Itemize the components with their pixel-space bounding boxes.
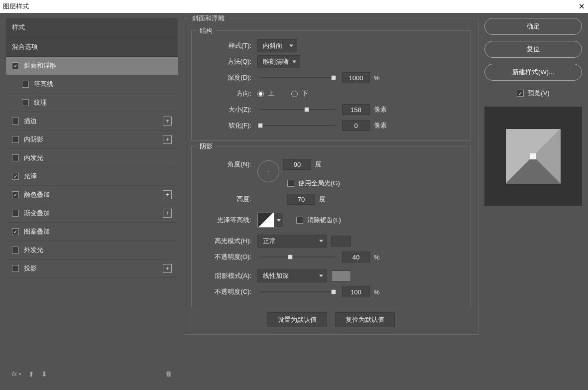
style-value: 内斜面 [263,42,282,49]
antialias-checkbox[interactable] [296,217,303,224]
shadow-color-swatch[interactable] [331,270,351,281]
altitude-input[interactable] [287,194,315,205]
blend-options[interactable]: 混合选项 [6,37,178,57]
effect-checkbox[interactable] [12,154,19,161]
direction-down-radio[interactable] [291,91,298,97]
effect-checkbox[interactable] [12,173,19,180]
global-light-checkbox[interactable] [287,180,294,187]
depth-slider[interactable] [260,77,335,78]
size-input[interactable] [342,104,370,115]
direction-label: 方向: [199,89,253,98]
arrow-down-icon[interactable]: ⬇ [41,370,47,378]
new-style-button[interactable]: 新建样式(W)... [484,64,582,81]
effect-checkbox[interactable] [12,247,19,254]
highlight-mode-value: 正常 [263,237,276,245]
highlight-opacity-unit: % [374,254,380,261]
direction-up-radio[interactable] [257,91,264,97]
add-effect-icon[interactable]: + [163,135,172,144]
effect-label: 投影 [24,264,37,273]
gloss-contour-label: 光泽等高线: [199,216,253,225]
effect-row[interactable]: 投影+ [6,260,178,278]
effect-row[interactable]: 光泽 [6,167,178,186]
highlight-opacity-label: 不透明度(O): [199,253,253,261]
center-panel: 斜面和浮雕 结构 样式(T): 内斜面 方法(Q): 雕刻清晰 深度(D): % [184,18,478,385]
effect-row[interactable]: 内阴影+ [6,130,178,149]
effect-label: 渐变叠加 [24,209,50,218]
add-effect-icon[interactable]: + [163,117,172,126]
effect-row[interactable]: 外发光 [6,241,178,260]
effect-row[interactable]: 图案叠加 [6,223,178,241]
shadow-opacity-label: 不透明度(C): [199,287,253,296]
gloss-contour-swatch[interactable] [257,213,274,228]
structure-legend: 结构 [197,26,216,35]
effect-checkbox[interactable] [12,228,19,235]
style-dropdown[interactable]: 内斜面 [257,39,297,52]
gloss-contour-dropdown[interactable] [274,213,283,228]
styles-header[interactable]: 样式 [6,18,178,37]
highlight-opacity-input[interactable] [342,252,370,262]
size-label: 大小(Z): [199,105,253,114]
make-default-button[interactable]: 设置为默认值 [267,312,327,327]
ok-button[interactable]: 确定 [484,18,582,35]
effect-row[interactable]: 颜色叠加+ [6,186,178,204]
preview-box [484,107,582,206]
trash-icon[interactable]: 🗑 [165,370,172,378]
effect-label: 纹理 [34,98,47,107]
effect-label: 光泽 [24,172,37,181]
highlight-opacity-slider[interactable] [260,257,335,258]
reset-default-button[interactable]: 复位为默认值 [335,312,395,327]
shadow-opacity-input[interactable] [342,286,370,297]
effect-checkbox[interactable] [12,136,19,143]
preview-checkbox[interactable] [517,90,524,97]
shadow-opacity-slider[interactable] [260,291,335,292]
structure-fieldset: 结构 样式(T): 内斜面 方法(Q): 雕刻清晰 深度(D): % 方向: [191,30,471,141]
direction-up-text: 上 [268,89,274,98]
close-icon[interactable]: ✕ [579,2,585,11]
angle-dial[interactable]: · [257,160,279,182]
add-effect-icon[interactable]: + [163,190,172,199]
shadow-mode-dropdown[interactable]: 线性加深 [257,269,327,282]
effect-label: 颜色叠加 [24,190,50,199]
arrow-up-icon[interactable]: ⬆ [28,370,34,378]
effect-checkbox[interactable] [12,62,19,69]
technique-dropdown[interactable]: 雕刻清晰 [257,55,300,68]
effects-list: 斜面和浮雕等高线纹理描边+内阴影+内发光光泽颜色叠加+渐变叠加+图案叠加外发光投… [6,57,178,278]
blend-options-label: 混合选项 [12,43,38,50]
highlight-mode-dropdown[interactable]: 正常 [257,235,327,248]
effect-checkbox[interactable] [22,99,29,106]
panel-title: 斜面和浮雕 [189,14,228,23]
highlight-color-swatch[interactable] [331,236,351,247]
technique-value: 雕刻清晰 [263,58,289,65]
sidebar-footer: fx ▾ ⬆ ⬇ 🗑 [6,363,178,385]
direction-down-text: 下 [302,89,308,98]
effect-row[interactable]: 描边+ [6,112,178,130]
effect-checkbox[interactable] [12,118,19,125]
effect-label: 描边 [24,117,37,126]
add-effect-icon[interactable]: + [163,209,172,218]
global-light-label: 使用全局光(G) [298,179,340,188]
size-slider[interactable] [260,109,335,110]
effect-row[interactable]: 内发光 [6,149,178,167]
fx-icon[interactable]: fx [12,370,17,378]
effect-checkbox[interactable] [12,265,19,272]
effect-label: 外发光 [24,246,43,255]
soften-slider[interactable] [260,125,335,126]
effect-row[interactable]: 纹理 [6,94,178,112]
effect-row[interactable]: 斜面和浮雕 [6,57,178,75]
depth-input[interactable] [342,72,370,83]
effect-checkbox[interactable] [12,191,19,198]
soften-input[interactable] [342,120,370,131]
effect-row[interactable]: 等高线 [6,75,178,94]
effect-checkbox[interactable] [22,81,29,88]
effect-label: 内阴影 [24,135,43,144]
effect-row[interactable]: 渐变叠加+ [6,204,178,223]
effect-checkbox[interactable] [12,210,19,217]
shadow-mode-label: 阴影模式(A): [199,271,253,280]
styles-label: 样式 [12,23,25,31]
angle-input[interactable] [283,159,311,170]
add-effect-icon[interactable]: + [163,264,172,273]
altitude-label: 高度: [199,195,253,204]
preview-thumbnail [506,129,561,184]
bevel-emboss-fieldset: 斜面和浮雕 结构 样式(T): 内斜面 方法(Q): 雕刻清晰 深度(D): % [184,18,478,335]
cancel-button[interactable]: 复位 [484,41,582,58]
